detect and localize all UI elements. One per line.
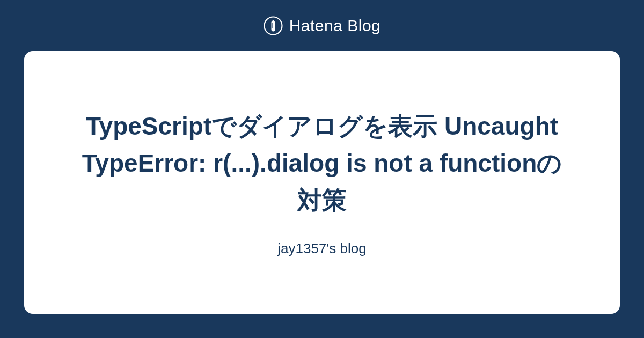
article-title: TypeScriptでダイアログを表示 Uncaught TypeError: …: [80, 108, 564, 219]
blog-name: jay1357's blog: [277, 240, 366, 257]
article-card: TypeScriptでダイアログを表示 Uncaught TypeError: …: [24, 51, 620, 314]
brand-name: Hatena Blog: [289, 17, 381, 35]
header: Hatena Blog: [264, 0, 381, 51]
hatena-logo-icon: [264, 16, 283, 35]
